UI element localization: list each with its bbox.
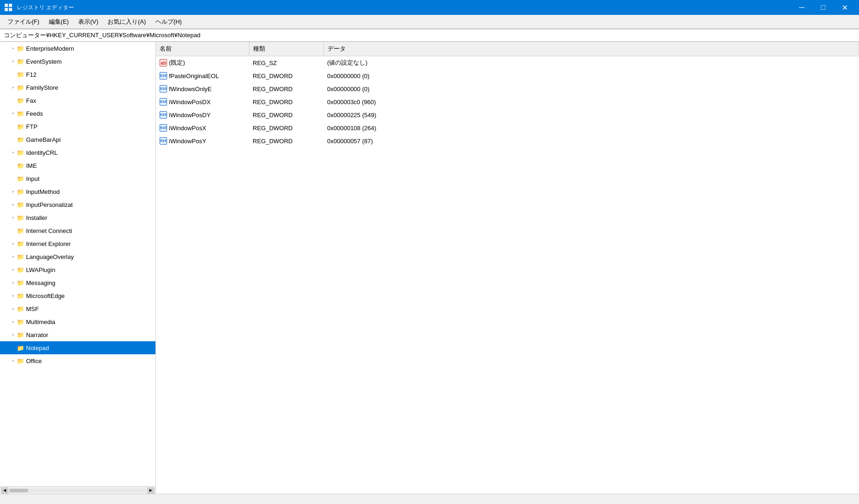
folder-icon: 📁 [17, 45, 24, 52]
reg-value-name: iWindowPosX [169, 125, 206, 132]
table-row[interactable]: ab(既定)REG_SZ(値の設定なし) [156, 56, 859, 70]
expander-icon [9, 227, 17, 234]
folder-icon: 📁 [17, 266, 24, 273]
scroll-track[interactable] [9, 489, 146, 492]
tree-item-ftp[interactable]: 📁FTP [0, 120, 155, 133]
folder-icon: 📁 [17, 332, 24, 338]
tree-item-label: GameBarApi [26, 136, 60, 143]
reg-value-name: iWindowPosDY [169, 112, 211, 119]
tree-item-label: MSF [26, 305, 39, 312]
table-row[interactable]: 010fPasteOriginalEOLREG_DWORD0x00000000 … [156, 69, 859, 82]
tree-item-eventSystem[interactable]: ›📁EventSystem [0, 55, 155, 68]
tree-item-f12[interactable]: 📁F12 [0, 68, 155, 81]
folder-icon: 📁 [17, 201, 24, 208]
maximize-button[interactable]: □ [812, 0, 834, 15]
reg-value-type: REG_SZ [249, 56, 323, 70]
tree-item-label: Notepad [26, 345, 49, 351]
folder-icon: 📁 [17, 149, 24, 156]
tree-horizontal-scroll[interactable]: ◀ ▶ [0, 486, 155, 494]
tree-item-notepad[interactable]: 📁Notepad [0, 341, 155, 354]
expander-icon: › [9, 201, 17, 208]
table-row[interactable]: 010iWindowPosYREG_DWORD0x00000057 (87) [156, 134, 859, 147]
reg-value-icon: 010 [160, 72, 167, 80]
tree-item-internetConnection[interactable]: 📁Internet Connecti [0, 224, 155, 237]
tree-item-label: Narrator [26, 332, 48, 338]
tree-item-label: FamilyStore [26, 84, 58, 91]
tree-content[interactable]: ›📁EnterpriseModern›📁EventSystem📁F12›📁Fam… [0, 42, 155, 486]
tree-item-fax[interactable]: 📁Fax [0, 94, 155, 107]
svg-rect-2 [5, 8, 8, 11]
tree-item-label: F12 [26, 71, 36, 78]
status-bar [0, 494, 859, 504]
reg-value-type: REG_DWORD [249, 82, 323, 95]
tree-item-inputMethod[interactable]: ›📁InputMethod [0, 185, 155, 198]
menu-help[interactable]: ヘルプ(H) [152, 16, 186, 28]
col-header-data[interactable]: データ [323, 42, 859, 56]
col-header-type[interactable]: 種類 [249, 42, 323, 56]
tree-item-input[interactable]: 📁Input [0, 172, 155, 185]
scroll-left-arrow[interactable]: ◀ [1, 487, 8, 494]
expander-icon [9, 175, 17, 182]
tree-item-label: InputMethod [26, 188, 60, 195]
tree-item-languageOverlay[interactable]: ›📁LanguageOverlay [0, 250, 155, 263]
tree-item-label: Fax [26, 97, 36, 104]
expander-icon: › [9, 149, 17, 156]
tree-item-label: IdentityCRL [26, 149, 58, 156]
tree-item-inputPersonalization[interactable]: ›📁InputPersonalizat [0, 198, 155, 211]
scroll-right-arrow[interactable]: ▶ [147, 487, 154, 494]
tree-item-messaging[interactable]: ›📁Messaging [0, 276, 155, 289]
reg-value-data: 0x00000225 (549) [323, 108, 859, 121]
tree-item-gameBarApi[interactable]: 📁GameBarApi [0, 133, 155, 146]
tree-item-ime[interactable]: 📁IME [0, 159, 155, 172]
menu-view[interactable]: 表示(V) [74, 16, 102, 28]
svg-rect-3 [9, 8, 12, 11]
scroll-thumb[interactable] [9, 489, 28, 492]
address-path: コンピューター¥HKEY_CURRENT_USER¥Software¥Micro… [4, 31, 201, 40]
tree-item-label: InputPersonalizat [26, 201, 73, 208]
folder-icon: 📁 [17, 97, 24, 104]
folder-icon: 📁 [17, 305, 24, 312]
table-row[interactable]: 010iWindowPosXREG_DWORD0x00000108 (264) [156, 121, 859, 134]
tree-item-narrator[interactable]: ›📁Narrator [0, 328, 155, 341]
tree-item-label: Feeds [26, 110, 43, 117]
reg-value-name: fWindowsOnlyE [169, 86, 212, 93]
detail-table-container[interactable]: 名前 種類 データ ab(既定)REG_SZ(値の設定なし)010fPasteO… [156, 42, 859, 494]
expander-icon: › [9, 279, 17, 286]
reg-value-name: iWindowPosY [169, 138, 206, 145]
tree-item-lwaPlugin[interactable]: ›📁LWAPlugin [0, 263, 155, 276]
tree-item-feeds[interactable]: ›📁Feeds [0, 107, 155, 120]
folder-icon: 📁 [17, 110, 24, 117]
reg-value-name: (既定) [169, 59, 185, 67]
title-bar: レジストリ エディター ─ □ ✕ [0, 0, 859, 15]
tree-item-msf[interactable]: ›📁MSF [0, 302, 155, 315]
menu-file[interactable]: ファイル(F) [4, 16, 43, 28]
table-row[interactable]: 010fWindowsOnlyEREG_DWORD0x00000000 (0) [156, 82, 859, 95]
tree-item-installer[interactable]: ›📁Installer [0, 211, 155, 224]
tree-item-label: Internet Explorer [26, 240, 71, 247]
tree-item-label: EnterpriseModern [26, 45, 74, 52]
menu-edit[interactable]: 編集(E) [45, 16, 73, 28]
expander-icon: › [9, 188, 17, 195]
minimize-button[interactable]: ─ [791, 0, 812, 15]
reg-value-icon: 010 [160, 98, 167, 106]
tree-item-identityCRL[interactable]: ›📁IdentityCRL [0, 146, 155, 159]
reg-value-data: 0x00000000 (0) [323, 69, 859, 82]
svg-rect-0 [5, 4, 8, 7]
tree-item-label: Multimedia [26, 318, 55, 325]
table-row[interactable]: 010iWindowPosDYREG_DWORD0x00000225 (549) [156, 108, 859, 121]
tree-item-label: Input [26, 175, 40, 182]
tree-item-familyStore[interactable]: ›📁FamilyStore [0, 81, 155, 94]
tree-item-microsoftEdge[interactable]: ›📁MicrosoftEdge [0, 289, 155, 302]
table-row[interactable]: 010iWindowPosDXREG_DWORD0x000003c0 (960) [156, 95, 859, 108]
close-button[interactable]: ✕ [834, 0, 855, 15]
col-header-name[interactable]: 名前 [156, 42, 249, 56]
menu-favorites[interactable]: お気に入り(A) [104, 16, 149, 28]
tree-item-label: LWAPlugin [26, 266, 55, 273]
tree-item-multimedia[interactable]: ›📁Multimedia [0, 315, 155, 328]
tree-item-internetExplorer[interactable]: ›📁Internet Explorer [0, 237, 155, 250]
table-header-row: 名前 種類 データ [156, 42, 859, 56]
tree-item-office[interactable]: ›📁Office [0, 354, 155, 367]
address-bar: コンピューター¥HKEY_CURRENT_USER¥Software¥Micro… [0, 29, 859, 42]
tree-item-enterpriseModern[interactable]: ›📁EnterpriseModern [0, 42, 155, 55]
folder-icon: 📁 [17, 188, 24, 195]
